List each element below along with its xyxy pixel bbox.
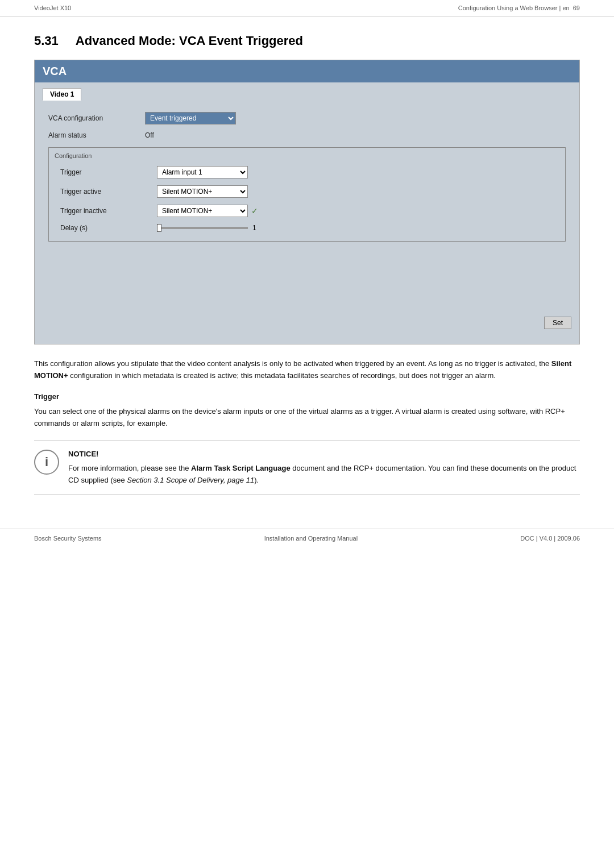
configuration-group: Configuration Trigger Alarm input 1 Trig…: [48, 147, 566, 242]
trigger-control: Alarm input 1: [157, 166, 248, 178]
section-heading: 5.31 Advanced Mode: VCA Event Triggered: [34, 34, 580, 48]
trigger-inactive-row: Trigger inactive Silent MOTION+ ✓: [55, 201, 559, 221]
vca-configuration-label: VCA configuration: [48, 114, 139, 122]
panel-spacer: [43, 246, 571, 303]
trigger-inactive-select[interactable]: Silent MOTION+: [157, 205, 248, 217]
vca-configuration-select[interactable]: Event triggered: [145, 112, 236, 124]
alarm-status-label: Alarm status: [48, 131, 139, 139]
vca-configuration-row: VCA configuration Event triggered: [43, 109, 571, 128]
notice-title: NOTICE!: [68, 448, 580, 460]
trigger-label: Trigger: [60, 168, 151, 176]
bottom-spacer: [35, 335, 579, 344]
footer-left: Bosch Security Systems: [34, 535, 102, 542]
scope-italic: Section 3.1 Scope of Delivery, page 11: [127, 476, 254, 484]
trigger-row: Trigger Alarm input 1: [55, 163, 559, 182]
delay-slider-wrapper: 1: [157, 224, 256, 232]
notice-content: NOTICE! For more information, please see…: [68, 448, 580, 486]
footer-right: DOC | V4.0 | 2009.06: [520, 535, 580, 542]
tab-video1[interactable]: Video 1: [43, 88, 81, 101]
video-tabs: Video 1: [43, 88, 571, 101]
page-footer: Bosch Security Systems Installation and …: [0, 529, 614, 547]
set-button[interactable]: Set: [544, 317, 571, 329]
notice-box: i NOTICE! For more information, please s…: [34, 440, 580, 495]
delay-slider-thumb[interactable]: [157, 224, 161, 232]
trigger-select[interactable]: Alarm input 1: [157, 166, 248, 178]
trigger-heading: Trigger: [34, 391, 580, 403]
delay-label: Delay (s): [60, 224, 151, 232]
trigger-inactive-label: Trigger inactive: [60, 207, 151, 215]
header-left: VideoJet X10: [34, 5, 71, 11]
vca-panel-header: VCA: [35, 60, 579, 82]
main-content: 5.31 Advanced Mode: VCA Event Triggered …: [0, 16, 614, 512]
configuration-group-legend: Configuration: [55, 152, 559, 159]
main-description: This configuration allows you stipulate …: [34, 358, 580, 382]
info-icon: i: [34, 450, 59, 475]
trigger-section: Trigger You can select one of the physic…: [34, 391, 580, 430]
trigger-text: You can select one of the physical alarm…: [34, 406, 580, 430]
description-section: This configuration allows you stipulate …: [34, 358, 580, 495]
trigger-inactive-control: Silent MOTION+ ✓: [157, 205, 258, 217]
notice-body: For more information, please see the Ala…: [68, 463, 580, 487]
vca-panel: VCA Video 1 VCA configuration Event trig…: [34, 60, 580, 344]
set-button-row: Set: [35, 312, 579, 335]
footer-center: Installation and Operating Manual: [264, 535, 358, 542]
alarm-task-bold: Alarm Task Script Language: [191, 464, 291, 472]
section-title: Advanced Mode: VCA Event Triggered: [76, 34, 303, 48]
trigger-active-control: Silent MOTION+: [157, 185, 248, 198]
vca-configuration-control: Event triggered: [145, 112, 236, 124]
alarm-status-row: Alarm status Off: [43, 128, 571, 143]
alarm-status-value: Off: [145, 131, 154, 139]
trigger-active-row: Trigger active Silent MOTION+: [55, 182, 559, 201]
vca-panel-body: Video 1 VCA configuration Event triggere…: [35, 82, 579, 312]
delay-row: Delay (s) 1: [55, 221, 559, 235]
page-header: VideoJet X10 Configuration Using a Web B…: [0, 0, 614, 16]
check-icon: ✓: [251, 206, 258, 215]
trigger-active-label: Trigger active: [60, 188, 151, 196]
delay-slider-track[interactable]: [157, 227, 248, 229]
header-right: Configuration Using a Web Browser | en 6…: [458, 5, 580, 11]
section-number: 5.31: [34, 34, 59, 48]
silent-motion-bold: Silent MOTION+: [34, 359, 571, 380]
trigger-active-select[interactable]: Silent MOTION+: [157, 185, 248, 198]
delay-slider-value: 1: [252, 224, 256, 232]
